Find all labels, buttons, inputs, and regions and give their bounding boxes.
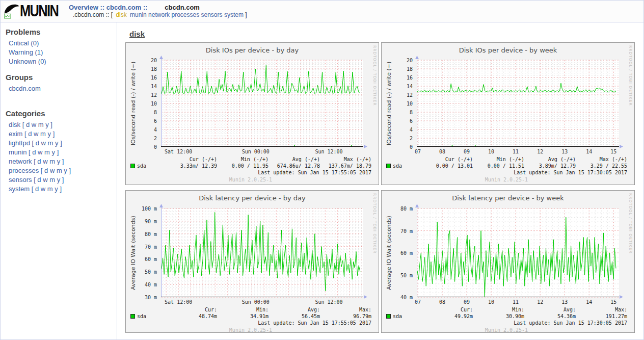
- series-max: 191.27m: [576, 313, 627, 320]
- x-tick-label: Sun 12:00: [315, 149, 342, 154]
- chart-plot: [417, 60, 619, 147]
- y-tick-label: 20: [151, 58, 157, 63]
- graph-grid: Disk IOs per device - by day RRDTOOL / T…: [125, 42, 643, 333]
- sidebar-category-exim[interactable]: exim [ d w m y ]: [6, 129, 112, 138]
- x-tick-label: 08: [439, 299, 445, 305]
- legend-col-min: Min (-/+): [473, 156, 524, 163]
- breadcrumb-group-link[interactable]: cbcdn.com: [106, 4, 142, 11]
- x-tick-label: Sun 00:00: [242, 299, 270, 305]
- series-avg: 56.45m: [269, 313, 320, 320]
- y-tick-label: 18: [151, 66, 157, 72]
- breadcrumb: Overview :: cbcdn.com :: cbcdn.com .cbcd…: [67, 4, 249, 19]
- x-tick-label: 09: [464, 299, 470, 305]
- y-tick-label: 8: [410, 110, 413, 115]
- legend-series-row: sda 49.92m 30.90m 54.36m 191.27m: [386, 313, 627, 320]
- sidebar-category-disk[interactable]: disk [ d w m y ]: [6, 120, 112, 129]
- legend-col-cur: Cur (-/+): [421, 156, 473, 163]
- y-tick-label: 14: [151, 84, 157, 89]
- sidebar-category-network[interactable]: network [ d w m y ]: [6, 156, 112, 166]
- sidebar-item-unknown[interactable]: Unknown (0): [6, 57, 112, 66]
- x-tick-label: 13: [561, 149, 568, 154]
- munin-page: MUNIN Overview :: cbcdn.com :: cbcdn.com…: [0, 0, 644, 340]
- legend-col-min: Min (-/+): [217, 156, 269, 163]
- legend-series-row: sda 3.33m/ 12.39 0.00 / 11.95 674.86u/ 1…: [130, 163, 371, 170]
- y-tick-label: 6: [154, 118, 157, 124]
- munin-version: Munin 2.0.25-1: [386, 327, 627, 333]
- munin-logo[interactable]: MUNIN: [1, 2, 67, 21]
- top-header: MUNIN Overview :: cbcdn.com :: cbcdn.com…: [1, 1, 643, 22]
- x-axis-ticks: Sat 12:00Sun 00:00Sun 12:00: [161, 299, 363, 305]
- series-max: 137.67m/ 18.79: [320, 163, 371, 170]
- subnav-prefix: .cbcdn.com :: [: [73, 11, 113, 18]
- y-tick-label: 100 m: [142, 206, 157, 212]
- last-update: Last update: Sun Jan 15 17:55:05 2017: [130, 169, 371, 176]
- legend-header-row: Cur: Min: Avg: Max:: [130, 307, 371, 313]
- series-color-swatch: [131, 164, 135, 168]
- chart-svg: [417, 208, 619, 297]
- legend-header-row: Cur (-/+) Min (-/+) Avg (-/+) Max (-/+): [386, 156, 627, 163]
- y-tick-label: 6: [410, 118, 413, 124]
- y-tick-label: 2: [410, 136, 413, 141]
- graph-panel-disk-ios-week[interactable]: Disk IOs per device - by week RRDTOOL / …: [381, 42, 635, 185]
- y-tick-label: 80 m: [145, 231, 157, 237]
- graph-panel-disk-latency-week[interactable]: Disk latency per device - by week RRDTOO…: [381, 190, 635, 333]
- sidebar-category-sensors[interactable]: sensors [ d w m y ]: [6, 175, 112, 184]
- legend-col-avg: Avg:: [269, 307, 320, 313]
- x-tick-label: 14: [586, 299, 592, 305]
- sidebar-group-cbcdn[interactable]: cbcdn.com: [6, 84, 112, 93]
- sidebar-category-lighttpd[interactable]: lighttpd [ d w m y ]: [6, 138, 112, 147]
- subnav-link-munin[interactable]: munin: [130, 11, 147, 18]
- graph-panel-disk-ios-day[interactable]: Disk IOs per device - by day RRDTOOL / T…: [125, 42, 379, 185]
- graph-panel-disk-latency-day[interactable]: Disk latency per device - by day RRDTOOL…: [125, 190, 379, 333]
- subnav-link-processes[interactable]: processes: [171, 11, 199, 18]
- graph-title: Disk latency per device - by day: [126, 191, 379, 202]
- sidebar-category-system[interactable]: system [ d w m y ]: [6, 184, 112, 193]
- y-tick-label: 60 m: [400, 250, 413, 256]
- last-update: Last update: Sun Jan 15 17:30:05 2017: [386, 169, 627, 176]
- subnav-link-system[interactable]: system: [224, 11, 244, 18]
- legend-col-cur: Cur (-/+): [166, 156, 217, 163]
- sidebar-category-processes[interactable]: processes [ d w m y ]: [6, 166, 112, 175]
- y-tick-label: 50 m: [400, 272, 413, 278]
- y-tick-label: 4: [154, 127, 157, 133]
- series-color-swatch: [387, 164, 390, 168]
- x-tick-label: 15: [610, 299, 616, 305]
- categories-heading: Categories: [6, 109, 112, 118]
- chart-legend: Cur: Min: Avg: Max: sda 48.74m 34.91m 56…: [130, 307, 371, 333]
- sidebar: Problems Critical (0) Warning (1) Unknow…: [1, 22, 117, 340]
- series-avg: 674.86u/ 12.78: [269, 163, 320, 170]
- series-color-swatch: [131, 315, 135, 318]
- x-tick-label: 09: [464, 149, 470, 154]
- legend-col-max: Max (-/+): [576, 156, 627, 163]
- y-tick-label: 14: [407, 84, 413, 89]
- y-tick-label: 0: [154, 144, 157, 150]
- sidebar-category-munin[interactable]: munin [ d w m y ]: [6, 147, 112, 156]
- sidebar-item-critical[interactable]: Critical (0): [6, 38, 112, 47]
- chart-plot: [417, 208, 619, 297]
- series-cur: 3.33m/ 12.39: [166, 163, 217, 170]
- y-tick-label: 4: [410, 127, 413, 133]
- y-tick-label: 8: [154, 110, 157, 115]
- content-area: disk Disk IOs per device - by day RRDTOO…: [117, 22, 643, 340]
- y-tick-label: 80 m: [400, 206, 413, 212]
- subnav-link-sensors[interactable]: sensors: [201, 11, 223, 18]
- sidebar-item-warning[interactable]: Warning (1): [6, 47, 112, 57]
- breadcrumb-overview-link[interactable]: Overview: [69, 4, 98, 11]
- y-tick-label: 30 m: [145, 295, 157, 300]
- subnav-active-disk[interactable]: disk: [116, 11, 126, 18]
- y-tick-label: 18: [407, 66, 413, 72]
- x-tick-label: 08: [439, 149, 445, 154]
- y-tick-label: 12: [151, 92, 157, 98]
- chart-legend: Cur (-/+) Min (-/+) Avg (-/+) Max (-/+) …: [386, 156, 627, 183]
- y-tick-label: 40 m: [145, 282, 157, 287]
- y-tick-label: 0: [410, 144, 413, 150]
- series-max: 96.79m: [320, 313, 371, 320]
- legend-col-cur: Cur:: [166, 307, 217, 313]
- legend-col-max: Max:: [576, 307, 627, 313]
- rrdtool-watermark: RRDTOOL / TOBI OETIKER: [372, 193, 377, 254]
- rrdtool-watermark: RRDTOOL / TOBI OETIKER: [628, 45, 633, 106]
- subnav-link-network[interactable]: network: [148, 11, 170, 18]
- rrdtool-watermark: RRDTOOL / TOBI OETIKER: [628, 193, 633, 254]
- legend-header-row: Cur (-/+) Min (-/+) Avg (-/+) Max (-/+): [130, 156, 371, 163]
- last-update: Last update: Sun Jan 15 17:30:05 2017: [386, 320, 627, 326]
